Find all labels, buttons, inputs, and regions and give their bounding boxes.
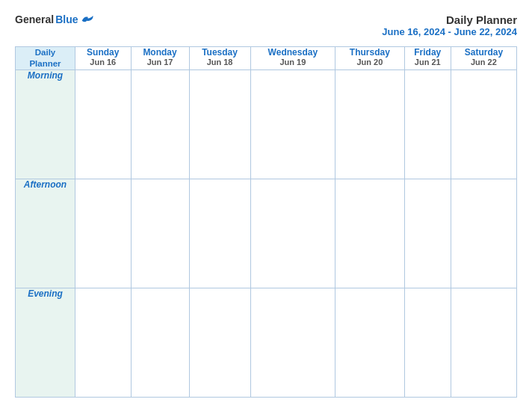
slot-monday-morning[interactable] (131, 69, 189, 179)
header-cell-tuesday: Tuesday Jun 18 (189, 47, 250, 70)
logo-area: General Blue (15, 13, 94, 25)
header-cell-daily-planner: DailyPlanner (16, 47, 75, 70)
day-date-monday: Jun 17 (132, 58, 189, 67)
day-date-wednesday: Jun 19 (251, 58, 335, 67)
day-date-sunday: Jun 16 (75, 58, 131, 67)
calendar-table: DailyPlanner Sunday Jun 16 Monday Jun 17… (15, 46, 517, 398)
title-area: Daily Planner June 16, 2024 - June 22, 2… (382, 13, 517, 37)
day-date-saturday: Jun 22 (451, 58, 516, 67)
slot-monday-afternoon[interactable] (131, 179, 189, 288)
slot-sunday-afternoon[interactable] (75, 179, 132, 288)
header-cell-saturday: Saturday Jun 22 (451, 47, 516, 70)
logo: General Blue (15, 13, 94, 25)
slot-thursday-evening[interactable] (335, 288, 405, 397)
slot-saturday-afternoon[interactable] (451, 179, 516, 288)
slot-tuesday-afternoon[interactable] (189, 179, 250, 288)
day-date-thursday: Jun 20 (335, 58, 404, 67)
slot-tuesday-morning[interactable] (189, 69, 250, 179)
row-evening: Evening (16, 288, 517, 397)
logo-general: General (15, 13, 54, 25)
row-afternoon: Afternoon (16, 179, 517, 288)
header-label-text: DailyPlanner (29, 48, 61, 68)
day-date-tuesday: Jun 18 (190, 58, 250, 67)
slot-friday-evening[interactable] (404, 288, 451, 397)
slot-thursday-afternoon[interactable] (335, 179, 405, 288)
planner-date-range: June 16, 2024 - June 22, 2024 (382, 26, 517, 37)
slot-label-morning: Morning (16, 69, 75, 179)
row-morning: Morning (16, 69, 517, 179)
slot-sunday-evening[interactable] (75, 288, 132, 397)
slot-wednesday-evening[interactable] (250, 288, 335, 397)
logo-bird-icon (81, 14, 94, 25)
day-name-sunday: Sunday (75, 47, 131, 58)
day-name-monday: Monday (132, 47, 189, 58)
slot-friday-morning[interactable] (404, 69, 451, 179)
day-name-friday: Friday (405, 47, 451, 58)
header-cell-wednesday: Wednesday Jun 19 (250, 47, 335, 70)
header-cell-sunday: Sunday Jun 16 (75, 47, 132, 70)
planner-title: Daily Planner (382, 13, 517, 26)
header-row: DailyPlanner Sunday Jun 16 Monday Jun 17… (16, 47, 517, 70)
slot-saturday-morning[interactable] (451, 69, 516, 179)
slot-label-afternoon: Afternoon (16, 179, 75, 288)
header-cell-monday: Monday Jun 17 (131, 47, 189, 70)
slot-wednesday-afternoon[interactable] (250, 179, 335, 288)
slot-wednesday-morning[interactable] (250, 69, 335, 179)
logo-blue: Blue (55, 13, 78, 25)
header: General Blue Daily Planner June 16, 2024… (15, 13, 517, 37)
day-name-saturday: Saturday (451, 47, 516, 58)
header-cell-thursday: Thursday Jun 20 (335, 47, 405, 70)
page: General Blue Daily Planner June 16, 2024… (0, 0, 532, 411)
slot-monday-evening[interactable] (131, 288, 189, 397)
day-name-tuesday: Tuesday (190, 47, 250, 58)
day-name-thursday: Thursday (335, 47, 404, 58)
slot-sunday-morning[interactable] (75, 69, 132, 179)
slot-label-evening: Evening (16, 288, 75, 397)
slot-thursday-morning[interactable] (335, 69, 405, 179)
slot-tuesday-evening[interactable] (189, 288, 250, 397)
header-cell-friday: Friday Jun 21 (404, 47, 451, 70)
day-date-friday: Jun 21 (405, 58, 451, 67)
slot-saturday-evening[interactable] (451, 288, 516, 397)
slot-friday-afternoon[interactable] (404, 179, 451, 288)
day-name-wednesday: Wednesday (251, 47, 335, 58)
